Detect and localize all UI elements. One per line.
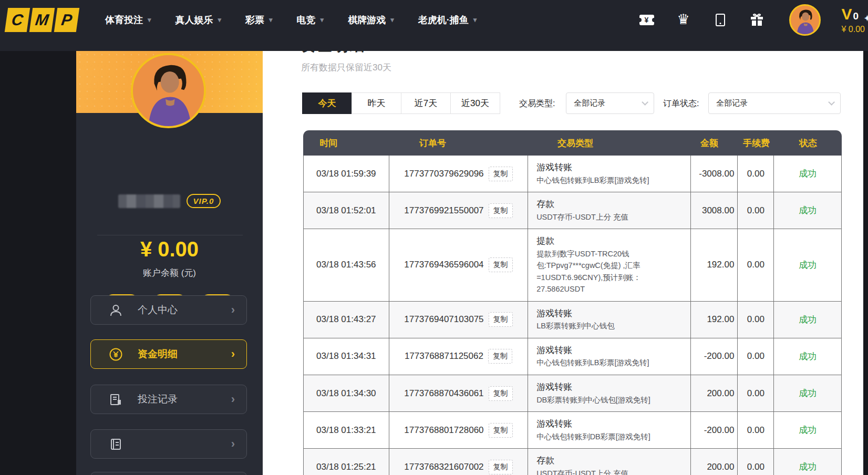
cell-order: 1773769407103075 复制	[389, 302, 528, 338]
cell-type: 提款 提款到数字USDT-TRC20钱包:TPpvg7***cgwC(免提) ,…	[528, 229, 690, 301]
cell-status: 成功	[774, 412, 841, 448]
table-row: 03/18 01:34:31 1773768871125062 复制 游戏转账 …	[304, 338, 841, 375]
nav-item-slots-fishing[interactable]: 老虎机·捕鱼▾	[418, 14, 477, 26]
header-order: 订单号	[363, 137, 502, 149]
sidebar-item-personal-center[interactable]: 个人中心 ›	[90, 295, 247, 325]
cell-fee: 0.00	[738, 338, 774, 375]
order-status-select[interactable]: 全部记录	[708, 92, 841, 114]
transaction-description: 中心钱包转账到LB彩票[游戏免转]	[536, 174, 649, 186]
partial-icon: ✦	[863, 13, 868, 24]
vip-crown-icon[interactable]: ♛	[676, 12, 691, 28]
cell-type: 游戏转账 中心钱包转账到DB彩票[游戏免转]	[528, 412, 690, 448]
nav-item-live-casino[interactable]: 真人娱乐▾	[175, 14, 222, 26]
copy-button[interactable]: 复制	[489, 203, 513, 218]
sidebar-item-funds-detail[interactable]: 资金明细 ›	[90, 339, 247, 369]
chevron-right-icon: ›	[231, 437, 235, 451]
cell-status: 成功	[774, 375, 841, 411]
cell-order: 1773768871125062 复制	[389, 338, 528, 375]
main-content: 所有数据只保留近30天 今天 昨天 近7天 近30天 交易类型: 全部记录 订单…	[263, 51, 863, 475]
header-status: 状态	[774, 137, 842, 149]
header-type: 交易类型	[494, 137, 657, 149]
order-number: 1773770379629096	[404, 169, 483, 179]
chevron-down-icon: ▾	[218, 16, 222, 24]
sidebar-item-bet-records[interactable]: 投注记录 ›	[90, 385, 247, 414]
page-background-strip	[863, 51, 868, 475]
cell-order: 1773769436596004 复制	[389, 229, 528, 301]
date-range-tabs: 今天 昨天 近7天 近30天	[302, 92, 500, 114]
order-number: 1773768321607002	[404, 462, 483, 472]
transaction-description: 中心钱包转账到LB彩票[游戏免转]	[536, 357, 649, 368]
user-avatar[interactable]	[789, 4, 821, 36]
top-nav: C M P 体育投注▾ 真人娱乐▾ 彩票▾ 电竞▾ 棋牌游戏▾ 老虎机·捕鱼▾	[0, 0, 868, 51]
chevron-right-icon: ›	[231, 347, 235, 361]
cell-time: 03/18 01:34:30	[304, 375, 389, 411]
table-row: 03/18 01:43:27 1773769407103075 复制 游戏转账 …	[304, 302, 841, 338]
avatar-image	[133, 55, 204, 126]
transaction-description: LB彩票转账到中心钱包	[536, 320, 614, 332]
retention-note: 所有数据只保留近30天	[301, 61, 391, 74]
cell-order: 1773768801728060 复制	[389, 412, 528, 448]
table-row: 03/18 01:33:21 1773768801728060 复制 游戏转账 …	[304, 412, 841, 449]
copy-button[interactable]: 复制	[489, 167, 513, 181]
cell-time: 03/18 01:43:27	[304, 302, 389, 338]
nav-item-lottery[interactable]: 彩票▾	[245, 14, 273, 26]
cell-fee: 0.00	[738, 375, 774, 411]
copy-button[interactable]: 复制	[489, 423, 513, 438]
cell-type: 游戏转账 LB彩票转账到中心钱包	[528, 302, 690, 338]
brand-logo[interactable]: C M P	[5, 8, 79, 32]
cell-fee: 0.00	[738, 229, 774, 301]
copy-button[interactable]: 复制	[488, 349, 512, 364]
page: 资金明细 C M P 体育投注▾ 真人娱乐▾ 彩票▾ 电竞▾ 棋牌游戏▾	[0, 0, 868, 475]
cell-order: 1773770379629096 复制	[389, 156, 528, 192]
vip-level: V	[842, 6, 852, 22]
cell-amount: 192.00	[691, 302, 738, 338]
tab-last-7-days[interactable]: 近7天	[401, 92, 451, 114]
avatar-image	[791, 6, 819, 34]
records-icon	[109, 393, 123, 407]
tab-today[interactable]: 今天	[302, 92, 352, 114]
transaction-description: DB彩票转账到中心钱包[游戏免转]	[536, 394, 650, 406]
table-header: 时间 订单号 交易类型 金额 手续费 状态	[303, 130, 842, 156]
nav-balance: ¥ 0.00	[842, 25, 865, 34]
transaction-type-select[interactable]: 全部记录	[566, 92, 654, 114]
table-row: 03/18 01:59:39 1773770379629096 复制 游戏转账 …	[304, 156, 841, 192]
mobile-app-icon[interactable]	[712, 12, 728, 28]
divider	[97, 235, 243, 235]
vip-badge: VIP.0	[187, 194, 221, 208]
cell-fee: 0.00	[738, 156, 774, 192]
transactions-table: 时间 订单号 交易类型 金额 手续费 状态 03/18 01:59:39 177…	[303, 130, 842, 475]
copy-button[interactable]: 复制	[489, 257, 513, 272]
transaction-type: 存款	[536, 455, 554, 468]
logo-letter: M	[29, 8, 55, 32]
chevron-down-icon	[642, 99, 648, 106]
nav-item-board-games[interactable]: 棋牌游戏▾	[348, 14, 394, 26]
nav-item-esports[interactable]: 电竞▾	[297, 14, 324, 26]
sidebar-item-profile[interactable]: ›	[90, 429, 247, 459]
cell-status: 成功	[774, 156, 841, 192]
cell-type: 游戏转账 DB彩票转账到中心钱包[游戏免转]	[528, 375, 690, 411]
copy-button[interactable]: 复制	[489, 460, 513, 474]
chevron-right-icon: ›	[231, 393, 235, 406]
copy-button[interactable]: 复制	[489, 312, 513, 327]
order-number: 1773769921550007	[404, 205, 483, 216]
user-level-balance[interactable]: V 0 ¥ 0.00	[842, 6, 865, 34]
copy-button[interactable]: 复制	[489, 386, 513, 401]
nav-item-sports[interactable]: 体育投注▾	[105, 14, 151, 26]
gift-icon[interactable]	[749, 12, 765, 28]
transaction-type-label: 交易类型:	[519, 92, 555, 114]
cell-order: 1773769921550007 复制	[389, 192, 528, 229]
voucher-icon[interactable]: ¥	[639, 12, 655, 28]
page-background-strip	[0, 51, 76, 475]
cell-fee: 0.00	[738, 192, 774, 229]
cell-status: 成功	[774, 192, 841, 229]
cell-fee: 0.00	[738, 449, 774, 475]
tab-yesterday[interactable]: 昨天	[352, 92, 401, 114]
cell-amount: -200.00	[691, 338, 738, 375]
sidebar-item-next[interactable]	[90, 472, 247, 475]
chevron-down-icon: ▾	[148, 16, 151, 24]
tab-last-30-days[interactable]: 近30天	[450, 92, 500, 114]
header-fee: 手续费	[738, 137, 774, 149]
profile-avatar[interactable]	[131, 53, 206, 128]
table-row: 03/18 01:25:21 1773768321607002 复制 存款 US…	[304, 449, 841, 475]
chevron-right-icon: ›	[231, 303, 235, 317]
